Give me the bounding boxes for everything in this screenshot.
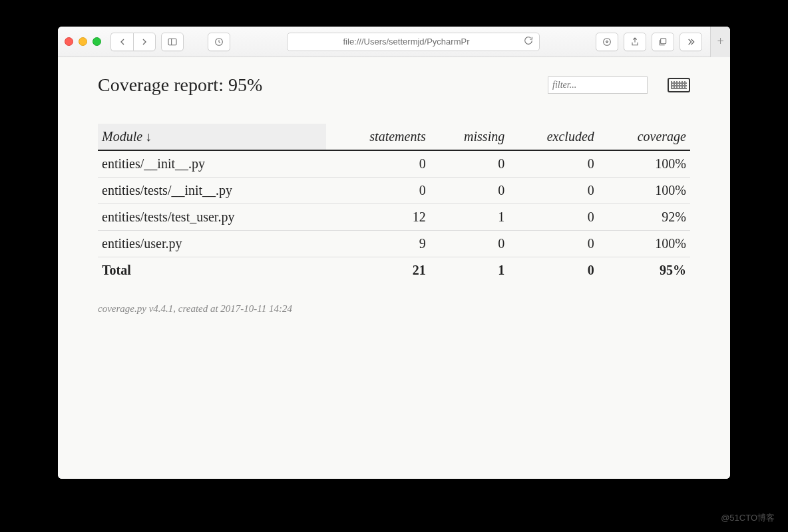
chevrons-right-icon (686, 37, 696, 47)
svg-rect-0 (168, 39, 176, 45)
new-tab-button[interactable]: + (710, 27, 730, 57)
table-row[interactable]: entities/user.py 9 0 0 100% (98, 231, 690, 257)
coverage-table: Module↓ statements missing excluded cove… (98, 124, 690, 283)
history-button[interactable] (208, 33, 230, 51)
downloads-button[interactable] (596, 33, 618, 51)
tabs-icon (658, 37, 668, 47)
tabs-button[interactable] (652, 33, 674, 51)
address-bar[interactable]: file:///Users/settermjd/PycharmPr (287, 33, 540, 51)
chevron-left-icon (117, 37, 128, 47)
sidebar-button[interactable] (161, 33, 184, 51)
address-text: file:///Users/settermjd/PycharmPr (343, 37, 470, 47)
table-row[interactable]: entities/tests/__init__.py 0 0 0 100% (98, 178, 690, 204)
titlebar: file:///Users/settermjd/PycharmPr + (58, 27, 730, 57)
share-button[interactable] (624, 33, 646, 51)
forward-button[interactable] (133, 33, 156, 51)
back-button[interactable] (110, 33, 133, 51)
col-coverage[interactable]: coverage (598, 124, 690, 150)
filter-input[interactable] (548, 76, 648, 94)
total-row: Total 21 1 0 95% (98, 257, 690, 284)
more-button[interactable] (680, 33, 702, 51)
page-title: Coverage report: 95% (98, 74, 262, 96)
reload-icon[interactable] (523, 35, 534, 48)
traffic-lights (65, 37, 101, 46)
clock-icon (214, 37, 224, 47)
col-excluded[interactable]: excluded (508, 124, 598, 150)
sort-arrow-icon: ↓ (145, 129, 152, 144)
watermark: @51CTO博客 (721, 512, 775, 524)
sidebar-icon (167, 37, 178, 47)
browser-window: file:///Users/settermjd/PycharmPr + Cove… (58, 27, 730, 479)
col-statements[interactable]: statements (326, 124, 430, 150)
download-icon (602, 37, 612, 47)
share-icon (630, 37, 640, 47)
col-module[interactable]: Module↓ (98, 124, 326, 150)
maximize-button[interactable] (93, 37, 101, 46)
table-row[interactable]: entities/tests/test_user.py 12 1 0 92% (98, 204, 690, 231)
close-button[interactable] (65, 37, 73, 46)
chevron-right-icon (139, 37, 150, 47)
keyboard-icon[interactable] (668, 78, 690, 92)
col-missing[interactable]: missing (430, 124, 508, 150)
page-content: Coverage report: 95% Module↓ statements … (58, 57, 730, 479)
table-row[interactable]: entities/__init__.py 0 0 0 100% (98, 150, 690, 178)
footer-text: coverage.py v4.4.1, created at 2017-10-1… (98, 303, 690, 315)
svg-rect-4 (661, 38, 666, 43)
minimize-button[interactable] (79, 37, 87, 46)
